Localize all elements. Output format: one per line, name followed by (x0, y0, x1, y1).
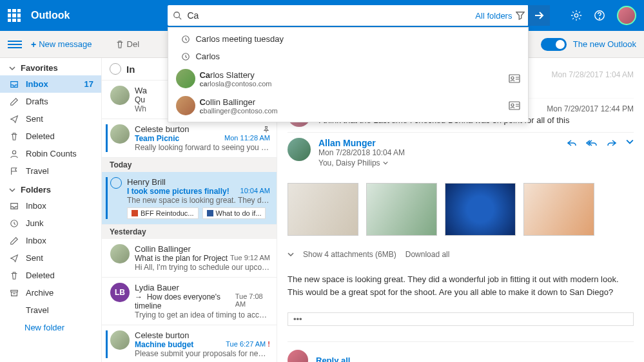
reply-all-button[interactable]: Reply all (316, 356, 350, 363)
nav-item-travel[interactable]: Travel (0, 162, 101, 180)
attachment-thumb[interactable] (366, 183, 437, 236)
help-icon[interactable] (594, 10, 605, 21)
reply-icon[interactable] (567, 138, 577, 148)
chevron-down-icon (383, 160, 388, 166)
svg-point-7 (511, 104, 514, 106)
message-item[interactable]: Collin BallingerWhat is the plan for Pro… (102, 239, 277, 278)
subject: Qu (135, 95, 145, 104)
delete-button[interactable]: Del (115, 39, 140, 49)
show-attachments-link[interactable]: Show 4 attachments (6MB) (303, 250, 396, 259)
message-item[interactable]: LBLydia Bauer→ How does everyone's timel… (102, 278, 277, 325)
person-avatar (176, 96, 195, 115)
subject: What is the plan for Project (135, 254, 228, 263)
history-icon (176, 35, 195, 44)
suggestion-person[interactable]: Collin Ballinger cballinger@contoso.com (168, 92, 528, 119)
suggestion-history[interactable]: Carlos (168, 48, 528, 65)
search-icon (173, 11, 182, 20)
nav-item-sent[interactable]: Sent (0, 110, 101, 128)
more-actions-button[interactable]: ••• (288, 312, 634, 326)
contact-card-icon[interactable] (509, 74, 520, 83)
nav-item-inbox[interactable]: Inbox (0, 232, 101, 249)
svg-point-11 (12, 150, 15, 153)
svg-line-1 (179, 17, 182, 20)
chevron-down-icon[interactable] (626, 138, 634, 148)
folders-section[interactable]: Folders (0, 180, 101, 197)
nav-label: Sent (26, 253, 43, 263)
new-message-button[interactable]: + New message (31, 39, 92, 50)
svg-point-0 (174, 12, 180, 18)
date-group: Yesterday (102, 225, 277, 239)
search-input[interactable] (187, 10, 475, 21)
nav-label: Robin Counts (26, 149, 77, 158)
flag-icon: ! (268, 340, 270, 348)
sender-avatar (110, 244, 130, 263)
nav-item-deleted[interactable]: Deleted (0, 128, 101, 145)
nav-item-deleted[interactable]: Deleted (0, 267, 101, 284)
nav-item-inbox[interactable]: Inbox (0, 197, 101, 214)
suggestion-person[interactable]: Carlos Slattery carlosla@contoso.com (168, 65, 528, 92)
message-body: The new space is looking great. They did… (288, 273, 634, 298)
subject: → How does everyone's timeline (135, 292, 235, 310)
nav-label: Drafts (26, 97, 48, 106)
favorites-section[interactable]: Favorites (0, 58, 101, 75)
message-item[interactable]: Henry BrillI took some pictures finally!… (102, 172, 277, 225)
forward-icon[interactable] (607, 138, 617, 148)
nav-item-sent[interactable]: Sent (0, 249, 101, 267)
send-icon (9, 115, 19, 124)
plus-icon: + (31, 39, 36, 50)
nav-item-archive[interactable]: Archive (0, 284, 101, 301)
sender-name: Collin Ballinger (135, 244, 191, 254)
new-outlook-toggle[interactable] (541, 38, 567, 51)
attachment-chip[interactable]: BFF Reintoduc... (127, 207, 199, 219)
sender-name: Lydia Bauer (135, 283, 179, 292)
message-item[interactable]: Celeste burtonTeam PicnicMon 11:28 AMRea… (102, 119, 277, 158)
search-submit-button[interactable] (528, 5, 550, 26)
recipients[interactable]: You, Daisy Philips (318, 158, 634, 167)
message-time: Tue 9:12 AM (230, 254, 270, 263)
sender-name: Allan Munger (318, 138, 376, 148)
app-launcher-icon[interactable] (8, 9, 21, 22)
nav-label: Deleted (26, 271, 55, 280)
nav-item-drafts[interactable]: Drafts (0, 93, 101, 110)
sender-avatar (110, 330, 130, 350)
message-date: Mon 7/28/2017 1:04 AM (552, 70, 634, 79)
message-time: 10:04 AM (240, 187, 270, 196)
nav-label: Inbox (26, 79, 48, 89)
attachment-thumb[interactable] (523, 183, 594, 236)
message-item[interactable]: Celeste burtonMachine budgetTue 6:27 AM … (102, 325, 277, 362)
new-folder-button[interactable]: New folder (0, 319, 101, 336)
svg-point-10 (599, 18, 600, 19)
sender-name: Henry Brill (127, 177, 166, 187)
attachment-thumb[interactable] (288, 183, 358, 236)
account-avatar[interactable] (617, 6, 636, 25)
nav-item-travel[interactable]: Travel (0, 301, 101, 319)
flag-icon (9, 167, 19, 176)
nav-label: Sent (26, 114, 43, 124)
search-scope[interactable]: All folders (475, 11, 512, 21)
select-checkbox[interactable] (110, 177, 122, 189)
attachment-chip[interactable]: What to do if... (202, 207, 266, 219)
message-time: Mon 11:28 AM (224, 134, 270, 143)
download-all-link[interactable]: Download all (405, 250, 450, 259)
search-bar[interactable]: All folders (168, 5, 529, 26)
reply-all-icon[interactable] (586, 138, 598, 148)
nav-toggle-icon[interactable] (8, 41, 22, 48)
pin-icon[interactable] (262, 126, 270, 133)
reply-box[interactable]: Reply all (288, 341, 634, 362)
nav-item-robin-counts[interactable]: Robin Counts (0, 145, 101, 162)
nav-item-inbox[interactable]: Inbox17 (0, 75, 101, 93)
contact-card-icon[interactable] (509, 101, 520, 110)
select-all-checkbox[interactable] (110, 63, 121, 75)
preview-text: Trying to get an idea of timing to accou… (135, 310, 270, 319)
nav-item-junk[interactable]: Junk (0, 214, 101, 232)
search-suggestions: Carlos meeting tuesday Carlos Carlos Sla… (168, 27, 529, 122)
attachment-thumb[interactable] (445, 183, 516, 236)
filter-icon[interactable] (516, 11, 525, 20)
chevron-down-icon (9, 187, 15, 193)
settings-icon[interactable] (571, 10, 582, 21)
suggestion-history[interactable]: Carlos meeting tuesday (168, 30, 528, 48)
nav-label: Deleted (26, 131, 55, 141)
person-icon (9, 149, 19, 158)
preview-text: Hi All, I'm trying to schedule our upcom… (135, 263, 270, 272)
pencil-icon (9, 97, 19, 106)
